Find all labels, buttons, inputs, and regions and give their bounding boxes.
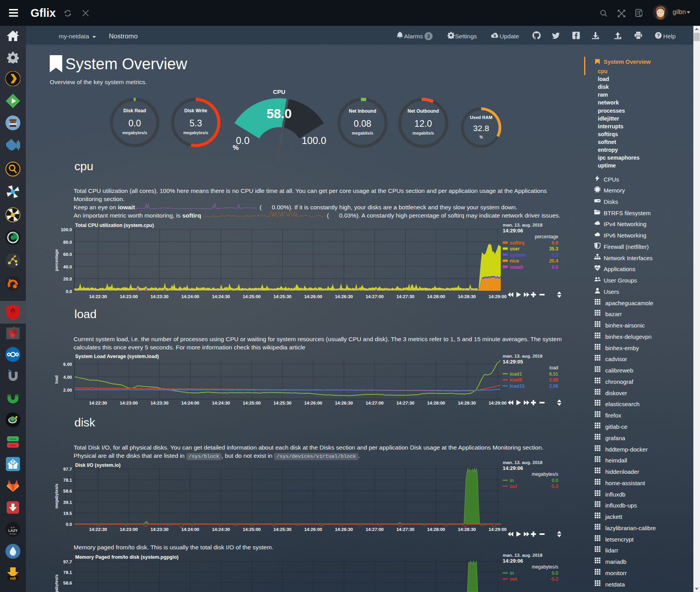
- svg-text:man. 13. aug. 2018: man. 13. aug. 2018: [503, 223, 543, 227]
- svg-text:sab: sab: [10, 576, 16, 580]
- svg-text:20.0: 20.0: [63, 277, 72, 281]
- svg-text:0.0: 0.0: [66, 289, 72, 294]
- svg-text:-5.2: -5.2: [550, 576, 558, 582]
- svg-text:man. 13. aug. 2018: man. 13. aug. 2018: [503, 554, 543, 558]
- svg-text:14:24:30: 14:24:30: [212, 527, 230, 532]
- svg-text:%: %: [480, 135, 483, 139]
- svg-text:%: %: [233, 144, 238, 151]
- svg-text:man. 13. aug. 2018: man. 13. aug. 2018: [503, 354, 543, 358]
- svg-text:megabytes/s: megabytes/s: [55, 484, 59, 509]
- svg-text:0.0: 0.0: [66, 522, 72, 527]
- svg-text:14:28:00: 14:28:00: [427, 527, 445, 532]
- svg-text:32.8: 32.8: [473, 124, 489, 133]
- svg-text:Net Inbound: Net Inbound: [349, 108, 376, 114]
- svg-text:58.6: 58.6: [63, 489, 72, 493]
- svg-text:Online: Online: [9, 438, 16, 440]
- svg-text:58.0: 58.0: [267, 106, 292, 121]
- svg-text:14:22:30: 14:22:30: [89, 401, 107, 405]
- svg-text:load1: load1: [510, 371, 522, 377]
- svg-text:0.08: 0.08: [354, 119, 372, 129]
- svg-text:megabits/s: megabits/s: [352, 131, 373, 135]
- svg-text:14:27:00: 14:27:00: [366, 527, 384, 532]
- svg-text:20.4: 20.4: [549, 258, 559, 264]
- svg-text:system: system: [510, 252, 526, 258]
- svg-text:14:23:30: 14:23:30: [150, 294, 168, 299]
- svg-text:14:24:00: 14:24:00: [181, 401, 199, 405]
- svg-text:14:28:30: 14:28:30: [458, 527, 476, 532]
- svg-text:100.0: 100.0: [302, 135, 327, 146]
- svg-text:14:23:00: 14:23:00: [120, 294, 138, 299]
- svg-text:0.0: 0.0: [552, 265, 558, 270]
- svg-text:19.5: 19.5: [63, 511, 72, 516]
- svg-text:14:28:00: 14:28:00: [427, 294, 445, 299]
- svg-text:14:26:00: 14:26:00: [304, 401, 322, 405]
- svg-text:14:27:30: 14:27:30: [396, 294, 414, 299]
- svg-text:12.0: 12.0: [415, 119, 432, 129]
- svg-text:percentage: percentage: [535, 234, 558, 239]
- svg-text:35.3: 35.3: [549, 246, 559, 252]
- svg-text:60.0: 60.0: [63, 252, 72, 257]
- svg-text:14:26:30: 14:26:30: [335, 294, 353, 299]
- svg-text:user: user: [510, 246, 520, 252]
- svg-text:System Load Average (system.lo: System Load Average (system.load): [75, 354, 159, 359]
- svg-text:0.0: 0.0: [552, 240, 558, 246]
- svg-text:14:25:30: 14:25:30: [273, 527, 291, 532]
- svg-text:-5.3: -5.3: [550, 484, 558, 489]
- svg-text:14:25:00: 14:25:00: [243, 294, 261, 299]
- svg-text:14:28:30: 14:28:30: [458, 401, 476, 405]
- svg-text:Offline: Offline: [9, 444, 16, 446]
- svg-text:0.0: 0.0: [552, 570, 558, 576]
- svg-text:14:29:06: 14:29:06: [503, 558, 523, 564]
- svg-text:14:23:00: 14:23:00: [120, 527, 138, 532]
- svg-text:14:24:30: 14:24:30: [212, 294, 230, 299]
- svg-text:2.68: 2.68: [549, 377, 559, 383]
- svg-text:megabytes/s: megabytes/s: [532, 564, 558, 570]
- svg-text:man. 13. aug. 2018: man. 13. aug. 2018: [503, 461, 543, 465]
- svg-text:load: load: [549, 365, 558, 371]
- svg-text:CPU: CPU: [273, 88, 285, 95]
- svg-text:14:26:30: 14:26:30: [335, 527, 353, 532]
- svg-text:14:29:05: 14:29:05: [503, 359, 523, 365]
- svg-text:14:25:00: 14:25:00: [243, 401, 261, 405]
- svg-text:in: in: [510, 570, 514, 576]
- svg-text:80.0: 80.0: [63, 240, 72, 245]
- svg-text:14:28:00: 14:28:00: [427, 401, 445, 405]
- svg-text:100.0: 100.0: [61, 227, 72, 232]
- svg-text:97.7: 97.7: [63, 560, 72, 564]
- svg-text:out: out: [510, 576, 517, 582]
- svg-text:in: in: [510, 478, 514, 483]
- svg-text:?: ?: [657, 33, 660, 38]
- svg-text:39.1: 39.1: [63, 500, 72, 505]
- svg-text:load: load: [55, 375, 59, 384]
- svg-text:Total CPU utilization (system.: Total CPU utilization (system.cpu): [75, 223, 154, 228]
- svg-text:14:29:06: 14:29:06: [503, 465, 523, 471]
- svg-text:Disk Read: Disk Read: [123, 108, 146, 113]
- svg-text:14:22:30: 14:22:30: [89, 527, 107, 532]
- svg-text:40.0: 40.0: [63, 265, 72, 269]
- svg-text:14:26:30: 14:26:30: [335, 401, 353, 405]
- svg-text:14:26:00: 14:26:00: [304, 294, 322, 299]
- svg-text:0.0: 0.0: [128, 118, 141, 128]
- svg-text:14:24:00: 14:24:00: [181, 294, 199, 299]
- svg-text:softirq: softirq: [510, 240, 524, 246]
- svg-text:Net Outbound: Net Outbound: [408, 108, 439, 114]
- svg-text:14:22:30: 14:22:30: [89, 294, 107, 299]
- svg-text:megabytes/s: megabytes/s: [183, 130, 208, 135]
- svg-text:14:23:00: 14:23:00: [120, 401, 138, 405]
- svg-text:14:25:00: 14:25:00: [243, 527, 261, 532]
- svg-text:14:27:00: 14:27:00: [366, 294, 384, 299]
- svg-text:14:23:30: 14:23:30: [150, 401, 168, 405]
- svg-text:Memory Paged from/to disk (sys: Memory Paged from/to disk (system.pgpgio…: [75, 554, 179, 560]
- svg-text:0.0: 0.0: [552, 478, 558, 483]
- svg-text:14:24:30: 14:24:30: [212, 401, 230, 405]
- svg-text:megabytes/s: megabytes/s: [55, 574, 59, 592]
- svg-text:megabytes/s: megabytes/s: [532, 471, 558, 477]
- svg-text:percentage: percentage: [55, 249, 59, 271]
- svg-text:4.00: 4.00: [63, 375, 72, 380]
- svg-text:14:29:06: 14:29:06: [503, 228, 523, 234]
- svg-text:out: out: [510, 484, 517, 489]
- svg-text:load5: load5: [510, 377, 522, 383]
- svg-text:librarian: librarian: [9, 533, 16, 535]
- svg-text:Used RAM: Used RAM: [470, 115, 493, 120]
- svg-text:Disk Write: Disk Write: [184, 108, 207, 113]
